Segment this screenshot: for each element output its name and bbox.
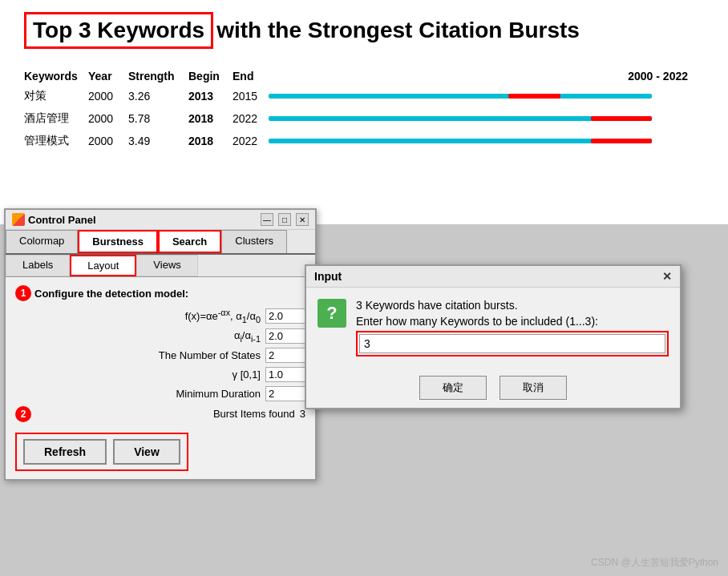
row1-end: 2015 (233, 90, 269, 103)
panel-content: 1 Configure the detection model: f(x)=αe… (6, 277, 315, 479)
row2-begin: 2018 (188, 112, 233, 125)
section2-number: 2 (15, 406, 31, 422)
row2-keyword: 酒店管理 (24, 111, 88, 126)
refresh-button[interactable]: Refresh (23, 439, 107, 465)
tab-layout[interactable]: Layout (70, 255, 136, 276)
row1-keyword: 对策 (24, 89, 88, 103)
min-dur-input[interactable] (265, 386, 305, 401)
col-header-strength: Strength (128, 70, 188, 83)
row3-strength: 3.49 (128, 135, 188, 147)
col-header-keywords: Keywords (24, 70, 88, 83)
section1-label: Configure the detection model: (34, 288, 188, 300)
burst-value: 3 (300, 408, 305, 420)
burst-label: Burst Items found (34, 408, 295, 420)
year-range-label: 2000 - 2022 (628, 70, 688, 83)
table-row: 对策 2000 3.26 2013 2015 (24, 89, 704, 103)
formula-input[interactable] (265, 308, 305, 324)
view-button[interactable]: View (113, 439, 180, 465)
row1-year: 2000 (88, 90, 128, 103)
maximize-button[interactable]: □ (278, 213, 291, 226)
tab-labels[interactable]: Labels (6, 255, 70, 276)
chart-area: Top 3 Keywords with the Strongest Citati… (0, 0, 728, 224)
row2-strength: 5.78 (128, 112, 188, 125)
control-panel-window: Control Panel — □ ✕ Colormap Burstness S… (4, 208, 317, 481)
dialog-content: 3 Keywords have citation bursts. Enter h… (356, 299, 669, 356)
col-header-end: End (233, 70, 269, 83)
burst-items-row: Burst Items found 3 (34, 408, 305, 420)
chart-title-rest: with the Strongest Citation Bursts (216, 18, 580, 43)
dialog-body: ? 3 Keywords have citation bursts. Enter… (306, 288, 680, 368)
dialog-ok-button[interactable]: 确定 (419, 376, 487, 400)
window-title: Control Panel (28, 214, 96, 226)
col-header-year: Year (88, 70, 128, 83)
row3-end: 2022 (233, 135, 269, 147)
window-titlebar: Control Panel — □ ✕ (6, 210, 315, 230)
row2-year: 2000 (88, 112, 128, 125)
gamma-row: γ [0,1] (15, 367, 305, 382)
row3-begin: 2018 (188, 135, 233, 147)
row1-strength: 3.26 (128, 90, 188, 103)
tab-colormap[interactable]: Colormap (6, 230, 78, 253)
tabs-row-2: Labels Layout Views (6, 255, 315, 277)
states-label: The Number of States (15, 349, 261, 361)
row3-bar (269, 134, 704, 148)
min-dur-row: Minimum Duration (15, 386, 305, 401)
states-row: The Number of States (15, 348, 305, 363)
alpha-label: αi/αi-1 (15, 329, 261, 344)
action-buttons-container: Refresh View (15, 433, 188, 471)
states-input[interactable] (265, 348, 305, 363)
formula-label: f(x)=αe-αx, α1/α0 (15, 308, 261, 324)
table-row: 酒店管理 2000 5.78 2018 2022 (24, 111, 704, 126)
alpha-input[interactable] (265, 328, 305, 344)
tab-clusters[interactable]: Clusters (221, 230, 287, 253)
row3-year: 2000 (88, 135, 128, 147)
watermark: CSDN @人生苦短我爱Python (591, 556, 718, 570)
table-row: 管理模式 2000 3.49 2018 2022 (24, 134, 704, 148)
alpha-row: αi/αi-1 (15, 328, 305, 344)
tab-burstness[interactable]: Burstness (78, 230, 158, 253)
row3-keyword: 管理模式 (24, 134, 88, 148)
app-icon (12, 213, 25, 226)
col-header-begin: Begin (188, 70, 233, 83)
row1-bar (269, 89, 704, 103)
tab-search[interactable]: Search (158, 230, 221, 253)
input-dialog: Input ✕ ? 3 Keywords have citation burst… (305, 264, 681, 409)
dialog-message1: 3 Keywords have citation bursts. (356, 299, 669, 312)
row1-begin: 2013 (188, 90, 233, 103)
row2-end: 2022 (233, 112, 269, 125)
tab-views[interactable]: Views (136, 255, 197, 276)
tabs-row-1: Colormap Burstness Search Clusters (6, 230, 315, 255)
dialog-input-box (356, 331, 669, 356)
minimize-button[interactable]: — (261, 213, 273, 226)
close-button[interactable]: ✕ (296, 213, 309, 226)
window-title-area: Control Panel (12, 213, 96, 226)
dialog-title: Input (314, 270, 342, 283)
dialog-close-button[interactable]: ✕ (662, 270, 672, 283)
chart-title-bold: Top 3 Keywords (24, 12, 213, 49)
dialog-message2: Enter how many Keywords to be included (… (356, 315, 669, 328)
gamma-input[interactable] (265, 367, 305, 382)
question-icon: ? (317, 299, 346, 328)
dialog-actions: 确定 取消 (306, 368, 680, 408)
dialog-cancel-button[interactable]: 取消 (499, 376, 567, 400)
row2-bar (269, 111, 704, 126)
window-controls: — □ ✕ (261, 213, 309, 226)
min-dur-label: Minimum Duration (15, 388, 261, 400)
section1-number: 1 (15, 285, 31, 301)
formula-row: f(x)=αe-αx, α1/α0 (15, 308, 305, 324)
dialog-titlebar: Input ✕ (306, 266, 680, 288)
dialog-input[interactable] (359, 334, 665, 353)
gamma-label: γ [0,1] (15, 369, 261, 381)
